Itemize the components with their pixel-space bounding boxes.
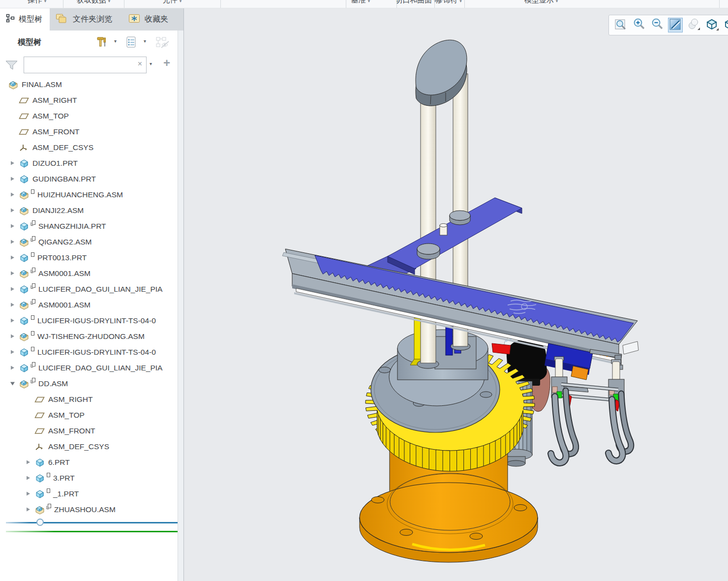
ribbon-separator [124, 0, 124, 8]
saved-views-icon [723, 17, 728, 33]
tree-hscrollbar-track[interactable] [6, 522, 178, 523]
tree-hscrollbar[interactable] [6, 520, 178, 526]
tree-expander-closed-icon[interactable] [10, 332, 19, 341]
tree-settings-caret[interactable]: ▾ [144, 38, 146, 44]
tree-filter-input[interactable] [26, 58, 131, 72]
filter-caret[interactable]: ▾ [150, 61, 152, 66]
tree-item[interactable]: ASM_RIGHT [0, 92, 178, 108]
tab-label: 模型树 [19, 14, 42, 25]
tree-expander-closed-icon[interactable] [26, 474, 34, 483]
tab-model-tree[interactable]: 模型树 [0, 8, 50, 31]
tree-vscrollbar[interactable] [178, 31, 183, 581]
graphics-area[interactable] [184, 8, 728, 581]
filter-clear-icon[interactable]: × [138, 60, 142, 68]
datum-display-button[interactable] [704, 18, 719, 32]
tree-item-part-icon [19, 284, 30, 294]
tree-item[interactable]: DIZUO1.PRT [0, 155, 178, 171]
tree-item[interactable]: WJ-TISHENG-ZHUDONG.ASM [0, 329, 178, 344]
tree-show-button[interactable] [155, 34, 170, 50]
zoom-in-button[interactable] [632, 18, 646, 32]
tree-expander-closed-icon[interactable] [10, 285, 19, 294]
ribbon-group-6[interactable]: 修饰符▾ [435, 0, 462, 5]
filter-add-button[interactable]: + [163, 56, 170, 70]
repaint-button[interactable] [668, 18, 683, 32]
tree-expander-closed-icon[interactable] [10, 316, 19, 325]
tree-tools-caret[interactable]: ▾ [114, 38, 117, 44]
tree-item-asm-icon [19, 269, 30, 278]
tree-expander-open-icon[interactable] [10, 379, 19, 388]
tree-item-asm-icon [19, 332, 30, 341]
tree-item-asm-icon [19, 379, 30, 389]
tree-item[interactable]: LUCIFER_DAO_GUI_LIAN_JIE_PIA [0, 360, 178, 376]
tree-item-marker-sq [30, 330, 35, 338]
tree-expander-closed-icon[interactable] [10, 175, 19, 183]
ribbon-group-2[interactable]: 获取数据▾ [77, 0, 111, 5]
tree-item[interactable]: LUCIFER-IGUS-DRYLINT-TS-04-0 [0, 313, 178, 329]
tab-label: 收藏夹 [145, 14, 168, 25]
base-flange[interactable] [360, 473, 538, 562]
filter-button[interactable] [4, 58, 19, 73]
tree-item[interactable]: SHANGZHIJIA.PRT [0, 218, 178, 234]
ribbon-group-4[interactable]: 基准▾ [351, 0, 370, 5]
tree-expander-closed-icon[interactable] [10, 348, 19, 357]
display-style-button[interactable] [686, 18, 701, 32]
tree-item[interactable]: ASM_DEF_CSYS [0, 439, 178, 455]
ribbon-separator [719, 0, 720, 8]
tree-item[interactable]: QIGANG2.ASM [0, 234, 178, 250]
tree-item[interactable]: PRT0013.PRT [0, 250, 178, 266]
tree-item[interactable]: ASM_DEF_CSYS [0, 140, 178, 155]
tree-expander-closed-icon[interactable] [10, 222, 19, 231]
tree-expander-closed-icon[interactable] [26, 489, 34, 498]
tree-item[interactable]: LUCIFER_DAO_GUI_LIAN_JIE_PIA [0, 281, 178, 297]
tree-expander-closed-icon[interactable] [26, 505, 34, 514]
tree-expander-closed-icon[interactable] [10, 238, 19, 246]
tree-expander-closed-icon[interactable] [10, 159, 19, 168]
tree-item[interactable]: 6.PRT [0, 455, 178, 470]
tree-item[interactable]: ASM_TOP [0, 407, 178, 423]
ribbon-group-5[interactable]: 切口和曲面▾ [395, 0, 436, 5]
tree-item[interactable]: ASM0001.ASM [0, 266, 178, 281]
tree-item[interactable]: LUCIFER-IGUS-DRYLINT-TS-04-0 [0, 344, 178, 360]
tree-item[interactable]: GUDINGBAN.PRT [0, 171, 178, 187]
tree-item[interactable]: DIANJI22.ASM [0, 203, 178, 218]
tree-item[interactable]: ZHUASHOU.ASM [0, 502, 178, 518]
zoom-to-fit-button[interactable] [613, 18, 628, 32]
tree-item[interactable]: DD.ASM [0, 376, 178, 392]
zoom-in-icon [632, 17, 646, 33]
tree-item[interactable]: _1.PRT [0, 486, 178, 502]
zoom-out-button[interactable] [650, 18, 665, 32]
tree-item[interactable]: 3.PRT [0, 470, 178, 486]
tree-item[interactable]: ASM_RIGHT [0, 392, 178, 407]
funnel-icon [5, 59, 18, 72]
tab-favorites[interactable]: 收藏夹 [122, 8, 181, 31]
gripper-assembly[interactable] [551, 357, 631, 463]
tree-item-marker-sqtail [30, 298, 36, 307]
saved-views-button[interactable] [723, 18, 728, 32]
tree-expander-closed-icon[interactable] [26, 458, 34, 467]
tree-expander-closed-icon[interactable] [10, 206, 19, 215]
tree-expander-closed-icon[interactable] [10, 364, 19, 372]
tree-item[interactable]: ASM_FRONT [0, 423, 178, 439]
tree-item-label: ASM_FRONT [32, 127, 80, 136]
tree-item[interactable]: ASM0001.ASM [0, 297, 178, 313]
tree-expander-closed-icon[interactable] [10, 269, 19, 278]
tree-settings-button[interactable] [124, 34, 139, 50]
tree-item[interactable]: FINAL.ASM [0, 77, 178, 92]
tree-item[interactable]: ASM_FRONT [0, 124, 178, 140]
tab-folder-browser[interactable]: 文件夹浏览 [50, 8, 122, 31]
ribbon-group-3[interactable]: 元件▾ [163, 0, 182, 5]
ribbon-group-1[interactable]: 操作▾ [28, 0, 47, 5]
tree-hscrollbar-handle[interactable] [36, 519, 44, 526]
3d-viewport-canvas[interactable] [184, 8, 728, 581]
tree-expander-closed-icon[interactable] [10, 190, 19, 199]
tree-tools-button[interactable] [94, 34, 109, 50]
chevron-down-icon: ▾ [180, 0, 182, 3]
ribbon-group-7[interactable]: 模型显示▾ [524, 0, 558, 5]
display-style-icon [686, 17, 701, 33]
tree-item[interactable]: HUIZHUANCHENG.ASM [0, 187, 178, 203]
tree-item[interactable]: ASM_TOP [0, 108, 178, 124]
navigator-tabbar: 模型树文件夹浏览收藏夹 [0, 8, 183, 31]
ribbon-group-strip[interactable]: 操作▾获取数据▾元件▾基准▾切口和曲面▾修饰符▾模型显示▾ [0, 0, 728, 8]
tree-expander-closed-icon[interactable] [10, 253, 19, 262]
tree-expander-closed-icon[interactable] [10, 301, 19, 309]
